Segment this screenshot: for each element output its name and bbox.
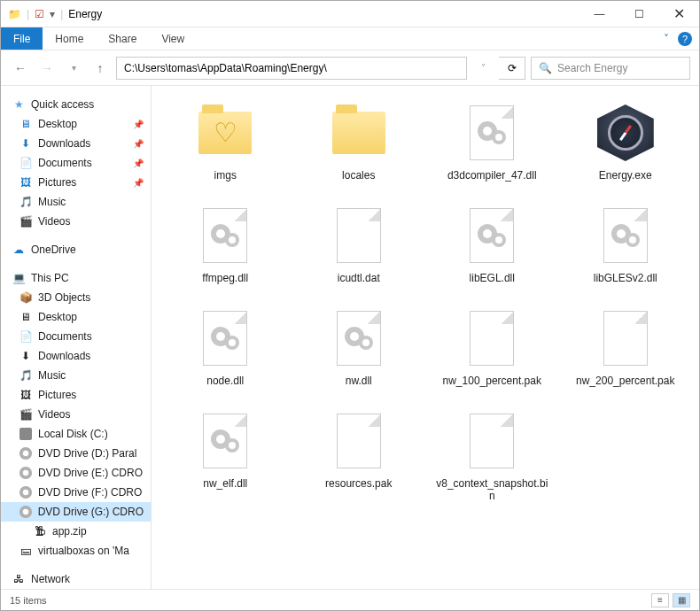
ribbon-expand-icon[interactable]: ˅: [664, 33, 669, 45]
up-button[interactable]: ↑: [89, 58, 111, 79]
titlebar: 📁 | ☑ ▾ | Energy — ☐ ✕: [1, 1, 699, 27]
sidebar-item[interactable]: 🖥Desktop📌: [1, 114, 151, 134]
file-item[interactable]: nw_elf.dll: [160, 403, 291, 509]
sidebar-item-label: Pictures: [38, 176, 76, 189]
file-label: libEGL.dll: [470, 272, 515, 284]
recent-chevron-icon[interactable]: ▾: [63, 58, 84, 79]
sidebar-item[interactable]: 🎵Music: [1, 366, 151, 385]
sidebar-item[interactable]: DVD Drive (G:) CDRO: [1, 502, 151, 522]
dvd-icon: [19, 485, 33, 499]
sidebar-item-label: Videos: [38, 215, 70, 228]
explorer-window: 📁 | ☑ ▾ | Energy — ☐ ✕ File Home Share V…: [0, 0, 700, 611]
back-button[interactable]: ←: [10, 58, 31, 79]
address-chevron-icon[interactable]: ˅: [472, 58, 494, 79]
sidebar-item[interactable]: 🎬Videos: [1, 405, 151, 424]
tab-home[interactable]: Home: [43, 27, 96, 50]
downloads-icon: ⬇: [19, 349, 33, 363]
sidebar-item[interactable]: Local Disk (C:): [1, 424, 151, 444]
videos-icon: 🎬: [19, 407, 33, 422]
folder-icon: [332, 112, 385, 154]
sidebar-item[interactable]: DVD Drive (F:) CDRO: [1, 483, 151, 502]
sidebar-item-label: Videos: [38, 408, 70, 421]
sidebar-item[interactable]: DVD Drive (E:) CDRO: [1, 463, 151, 483]
file-item[interactable]: ♡imgs: [160, 95, 291, 189]
sidebar-item[interactable]: 📄Documents: [1, 327, 151, 346]
sidebar-item-label: DVD Drive (D:) Paral: [38, 447, 136, 460]
minimize-button[interactable]: —: [579, 1, 619, 27]
tab-view[interactable]: View: [149, 27, 197, 50]
maximize-button[interactable]: ☐: [619, 1, 659, 27]
details-view-button[interactable]: ≡: [651, 593, 669, 607]
sidebar-item[interactable]: 🖥Desktop: [1, 307, 151, 327]
sidebar-item-label: Pictures: [38, 389, 76, 401]
disk-icon: [19, 427, 33, 441]
file-item[interactable]: d3dcompiler_47.dll: [427, 95, 557, 189]
sidebar-item-label: DVD Drive (F:) CDRO: [38, 486, 142, 499]
file-icon: [603, 311, 648, 366]
dvd-icon: [19, 446, 33, 460]
sidebar-item[interactable]: 🗜app.zip: [1, 522, 151, 541]
sidebar-item[interactable]: 🎬Videos: [1, 212, 151, 231]
icons-view-button[interactable]: ▦: [673, 593, 690, 607]
file-item[interactable]: icudtl.dat: [294, 197, 424, 291]
file-item[interactable]: resources.pak: [294, 403, 424, 509]
refresh-button[interactable]: ⟳: [499, 57, 525, 80]
body: ★Quick access 🖥Desktop📌⬇Downloads📌📄Docum…: [1, 86, 699, 589]
folder-icon: 📁: [8, 8, 21, 20]
file-label: nw_elf.dll: [203, 477, 247, 490]
file-item[interactable]: locales: [294, 95, 424, 189]
pin-icon: 📌: [133, 139, 144, 149]
help-icon[interactable]: ?: [678, 32, 692, 46]
ribbon-right: ˅ ?: [657, 27, 699, 50]
nav-pane[interactable]: ★Quick access 🖥Desktop📌⬇Downloads📌📄Docum…: [1, 86, 152, 589]
file-label: nw_200_percent.pak: [576, 375, 674, 387]
dvd-icon: [19, 505, 33, 519]
file-icon: [470, 311, 514, 366]
sidebar-label: Quick access: [31, 98, 94, 111]
file-item[interactable]: ffmpeg.dll: [160, 197, 291, 291]
sidebar-item[interactable]: ⬇Downloads📌: [1, 134, 151, 153]
file-item[interactable]: nw_200_percent.pak: [561, 300, 691, 394]
pictures-icon: 🖼: [19, 175, 33, 189]
file-view[interactable]: ♡imgslocalesd3dcompiler_47.dllEnergy.exe…: [152, 86, 699, 589]
sidebar-item[interactable]: 🖼Pictures📌: [1, 173, 151, 192]
tab-share[interactable]: Share: [96, 27, 149, 50]
sidebar-item[interactable]: ⬇Downloads: [1, 346, 151, 366]
documents-icon: 📄: [19, 156, 33, 170]
sidebar-item-label: Documents: [38, 330, 92, 343]
close-button[interactable]: ✕: [659, 1, 699, 27]
sidebar-item[interactable]: DVD Drive (D:) Paral: [1, 444, 151, 463]
file-icon: [337, 414, 381, 468]
file-item[interactable]: Energy.exe: [561, 95, 691, 189]
sidebar-item-label: Downloads: [38, 137, 90, 150]
file-item[interactable]: libGLESv2.dll: [561, 197, 691, 291]
forward-button[interactable]: →: [36, 58, 58, 79]
sidebar-item[interactable]: 📦3D Objects: [1, 288, 151, 307]
dll-icon: [470, 105, 514, 160]
file-item[interactable]: nw.dll: [294, 300, 424, 394]
sidebar-quick-access[interactable]: ★Quick access: [1, 95, 151, 114]
properties-icon[interactable]: ☑: [35, 8, 44, 20]
qat-divider: |: [27, 8, 29, 20]
sidebar-onedrive[interactable]: ☁OneDrive: [1, 240, 151, 259]
address-input-wrap[interactable]: [116, 57, 467, 80]
qat-chevron-icon[interactable]: ▾: [50, 8, 55, 20]
file-item[interactable]: v8_context_snapshot.bin: [427, 403, 557, 509]
tab-file[interactable]: File: [1, 27, 43, 50]
pc-icon: 💻: [12, 271, 26, 285]
sidebar-item[interactable]: 🖴virtualboxas on 'Ma: [1, 541, 151, 561]
music-icon: 🎵: [19, 195, 33, 209]
address-input[interactable]: [124, 62, 459, 74]
file-item[interactable]: libEGL.dll: [427, 197, 557, 291]
search-box[interactable]: 🔍 Search Energy: [531, 57, 690, 80]
sidebar-network[interactable]: 🖧Network: [1, 569, 151, 589]
sidebar-this-pc[interactable]: 💻This PC: [1, 268, 151, 288]
downloads-icon: ⬇: [19, 136, 33, 151]
file-item[interactable]: node.dll: [160, 300, 291, 394]
sidebar-item[interactable]: 📄Documents📌: [1, 153, 151, 173]
sidebar-item[interactable]: 🖼Pictures: [1, 385, 151, 405]
file-icon: [470, 414, 514, 468]
sidebar-item[interactable]: 🎵Music: [1, 192, 151, 212]
file-label: node.dll: [206, 375, 244, 387]
file-item[interactable]: nw_100_percent.pak: [427, 300, 557, 394]
